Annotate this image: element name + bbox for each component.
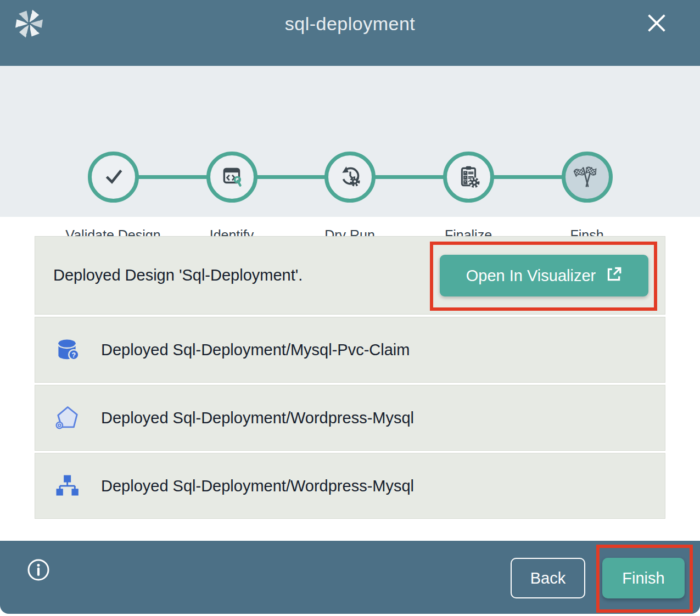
info-button[interactable]	[26, 558, 51, 582]
code-config-icon	[220, 164, 245, 191]
result-row-text: Deployed Sql-Deployment/Wordpress-Mysql	[101, 409, 414, 427]
hierarchy-icon	[53, 472, 81, 500]
close-button[interactable]	[645, 12, 668, 35]
result-row-text: Deployed Sql-Deployment/Wordpress-Mysql	[101, 477, 414, 495]
modal-title: sql-deployment	[0, 13, 700, 35]
external-link-icon	[604, 265, 622, 287]
dry-run-icon	[338, 164, 363, 191]
result-row-wordpress-mysql-2: Deployed Sql-Deployment/Wordpress-Mysql	[35, 453, 665, 519]
back-button[interactable]: Back	[511, 558, 585, 598]
step-dry-run[interactable]	[324, 152, 376, 203]
open-in-visualizer-label: Open In Visualizer	[466, 267, 596, 285]
step-identify-environments[interactable]	[206, 152, 257, 203]
svg-text:?: ?	[72, 351, 76, 359]
info-icon	[26, 575, 51, 584]
check-icon	[101, 164, 126, 191]
deployed-design-row: Deployed Design 'Sql-Deployment'. Open I…	[35, 236, 665, 315]
database-icon: ?	[53, 335, 81, 364]
stepper: Validate Design Identify Environments	[0, 66, 700, 217]
open-in-visualizer-button[interactable]: Open In Visualizer	[440, 255, 648, 296]
step-finalize-deployment[interactable]	[443, 152, 494, 203]
clipboard-gear-icon	[456, 164, 481, 191]
step-validate-design[interactable]	[88, 152, 139, 203]
result-row-text: Deployed Sql-Deployment/Mysql-Pvc-Claim	[101, 341, 410, 359]
deployed-design-text: Deployed Design 'Sql-Deployment'.	[53, 266, 303, 284]
deployment-wizard-modal: sql-deployment Validate Design	[0, 0, 700, 616]
result-row-wordpress-mysql-1: Deployed Sql-Deployment/Wordpress-Mysql	[35, 385, 665, 451]
pentagon-icon	[53, 404, 81, 432]
modal-footer: Back Finish	[0, 541, 700, 614]
close-icon	[646, 12, 668, 36]
finish-flags-icon	[573, 162, 602, 193]
step-finish[interactable]	[562, 152, 613, 203]
modal-header: sql-deployment	[0, 0, 700, 66]
deployment-results: Deployed Design 'Sql-Deployment'. Open I…	[35, 236, 665, 519]
finish-button[interactable]: Finish	[602, 558, 685, 598]
result-row-pvc-claim: ? Deployed Sql-Deployment/Mysql-Pvc-Clai…	[35, 317, 665, 383]
